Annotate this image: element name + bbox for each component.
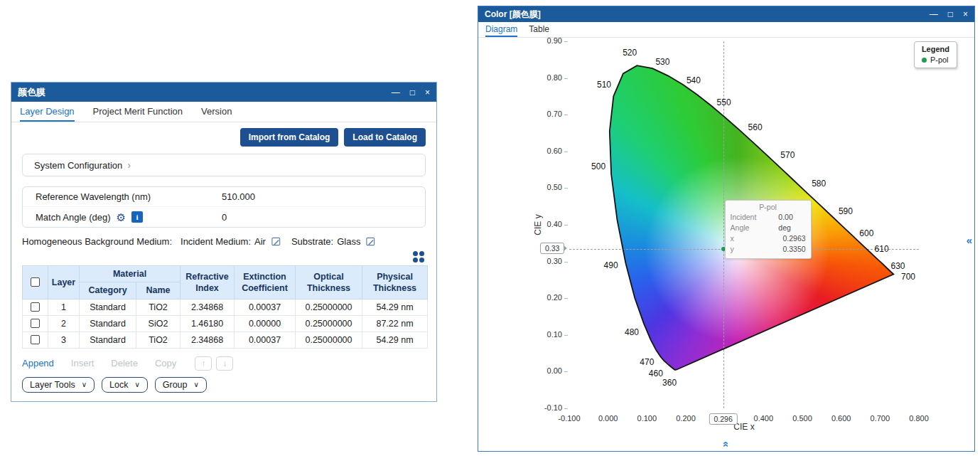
- tooltip-row-label: Incident Angle: [731, 212, 775, 233]
- system-configuration-section[interactable]: System Configuration ›: [22, 154, 426, 176]
- substrate-label: Substrate:: [291, 236, 333, 247]
- close-button[interactable]: ×: [963, 10, 968, 18]
- table-cell[interactable]: 2: [48, 315, 80, 332]
- match-angle-value[interactable]: 0: [222, 212, 227, 223]
- tooltip-row-label: y: [731, 244, 734, 255]
- select-all-header[interactable]: [23, 266, 48, 299]
- x-tick-label: 0.400: [754, 414, 774, 423]
- table-cell[interactable]: 0.00000: [235, 315, 296, 332]
- table-cell[interactable]: 3: [48, 332, 80, 348]
- table-cell[interactable]: TiO2: [136, 332, 181, 348]
- table-row[interactable]: 1StandardTiO22.348680.000370.2500000054.…: [23, 299, 428, 315]
- import-from-catalog-button[interactable]: Import from Catalog: [240, 128, 339, 147]
- minimize-button[interactable]: —: [392, 88, 400, 97]
- table-cell[interactable]: 1: [48, 299, 80, 315]
- append-button[interactable]: Append: [22, 358, 54, 368]
- tab-diagram[interactable]: Diagram: [485, 22, 517, 37]
- wavelength-label: 590: [839, 206, 853, 216]
- table-cell[interactable]: 0.25000000: [296, 315, 362, 332]
- table-cell[interactable]: Standard: [80, 315, 136, 332]
- row-checkbox[interactable]: [31, 319, 40, 328]
- system-configuration-label: System Configuration: [34, 160, 122, 171]
- y-tick-label: 0.40: [527, 220, 562, 228]
- table-cell[interactable]: 54.29 nm: [362, 332, 428, 348]
- table-cell[interactable]: TiO2: [136, 299, 181, 315]
- table-cell[interactable]: SiO2: [136, 315, 181, 332]
- left-window-titlebar[interactable]: 颜色膜 — □ ×: [11, 83, 436, 102]
- collapse-panel-icon[interactable]: «: [966, 234, 972, 246]
- y-tick-mark: [564, 335, 568, 336]
- table-cell[interactable]: 2.34868: [181, 299, 235, 315]
- layer-tools-dropdown[interactable]: Layer Tools ∨: [22, 377, 95, 393]
- table-cell[interactable]: 0.25000000: [296, 299, 362, 315]
- tooltip-title: P-pol: [731, 203, 806, 211]
- x-tick-label: 0.200: [676, 414, 696, 423]
- close-button[interactable]: ×: [425, 88, 430, 97]
- insert-button[interactable]: Insert: [71, 358, 95, 368]
- color-window-title: Color [颜色膜]: [485, 9, 541, 21]
- row-select-cell[interactable]: [23, 315, 48, 332]
- tab-version[interactable]: Version: [201, 102, 232, 122]
- refractive-index-column-header: Refractive Index: [181, 266, 235, 299]
- chart-legend[interactable]: Legend P-pol: [914, 41, 957, 68]
- background-medium-label: Homogeneous Background Medium:: [22, 236, 172, 247]
- color-window: Color [颜色膜] — □ × Diagram Table CIE y CI…: [478, 6, 975, 452]
- edit-incident-medium-icon[interactable]: [271, 236, 281, 247]
- maximize-button[interactable]: □: [410, 88, 415, 97]
- row-checkbox[interactable]: [31, 335, 40, 344]
- y-tick-mark: [564, 225, 568, 226]
- tab-project-merit-function[interactable]: Project Merit Function: [93, 102, 183, 122]
- left-window-tabbar: Layer Design Project Merit Function Vers…: [11, 102, 436, 122]
- wavelength-label: 570: [780, 150, 795, 160]
- load-to-catalog-button[interactable]: Load to Catalog: [344, 128, 426, 147]
- move-down-button[interactable]: ↓: [216, 356, 233, 371]
- select-all-checkbox[interactable]: [31, 277, 40, 287]
- left-window-content: Import from Catalog Load to Catalog Syst…: [11, 122, 436, 401]
- wavelength-label: 560: [748, 122, 763, 132]
- table-cell[interactable]: Standard: [80, 332, 136, 348]
- reference-wavelength-value[interactable]: 510.000: [222, 191, 255, 202]
- wavelength-label: 540: [686, 75, 701, 85]
- legend-item-p-pol[interactable]: P-pol: [922, 55, 949, 64]
- row-select-cell[interactable]: [23, 332, 48, 348]
- color-window-titlebar[interactable]: Color [颜色膜] — □ ×: [478, 6, 974, 22]
- wavelength-label: 630: [890, 261, 905, 271]
- table-cell[interactable]: 0.25000000: [296, 332, 362, 348]
- lock-dropdown[interactable]: Lock ∨: [102, 377, 148, 393]
- copy-button[interactable]: Copy: [155, 358, 176, 368]
- gear-icon[interactable]: ⚙: [117, 212, 126, 223]
- y-tick-label: 0.50: [527, 183, 562, 191]
- y-tick-mark: [564, 298, 568, 299]
- table-cell[interactable]: 1.46180: [181, 315, 235, 332]
- group-dropdown[interactable]: Group ∨: [155, 377, 207, 393]
- move-up-button[interactable]: ↑: [195, 356, 212, 371]
- table-row[interactable]: 2StandardSiO21.461800.000000.2500000087.…: [23, 315, 428, 332]
- tab-layer-design[interactable]: Layer Design: [20, 102, 75, 122]
- info-icon[interactable]: i: [131, 211, 143, 223]
- wavelength-label: 490: [604, 260, 618, 270]
- edit-substrate-icon[interactable]: [365, 236, 376, 247]
- y-tick-mark: [564, 408, 568, 409]
- minimize-button[interactable]: —: [930, 10, 938, 18]
- table-cell[interactable]: 87.22 nm: [362, 315, 428, 332]
- table-cell[interactable]: Standard: [80, 299, 136, 315]
- delete-button[interactable]: Delete: [111, 358, 138, 368]
- plot-area[interactable]: 3604604704804905005105205305405505605705…: [569, 41, 919, 408]
- chevron-right-icon: ›: [127, 159, 131, 171]
- layer-tools-dropdown-label: Layer Tools: [30, 380, 75, 390]
- cie-chart: CIE y CIE x 3604604704804905005105205305…: [478, 38, 974, 451]
- column-settings-icon[interactable]: [412, 250, 425, 263]
- tab-table[interactable]: Table: [529, 22, 549, 37]
- table-row[interactable]: 3StandardTiO22.348680.000370.2500000054.…: [23, 332, 428, 348]
- table-cell[interactable]: 2.34868: [181, 332, 235, 348]
- legend-series-label: P-pol: [930, 55, 949, 64]
- layer-design-window: 颜色膜 — □ × Layer Design Project Merit Fun…: [11, 82, 437, 402]
- table-cell[interactable]: 54.29 nm: [362, 299, 428, 315]
- table-cell[interactable]: 0.00037: [235, 299, 296, 315]
- row-select-cell[interactable]: [23, 299, 48, 315]
- maximize-button[interactable]: □: [948, 10, 953, 18]
- table-cell[interactable]: 0.00037: [235, 332, 296, 348]
- y-tick-label: 0.70: [527, 110, 562, 118]
- collapse-bottom-icon[interactable]: «: [721, 441, 733, 447]
- row-checkbox[interactable]: [31, 302, 40, 312]
